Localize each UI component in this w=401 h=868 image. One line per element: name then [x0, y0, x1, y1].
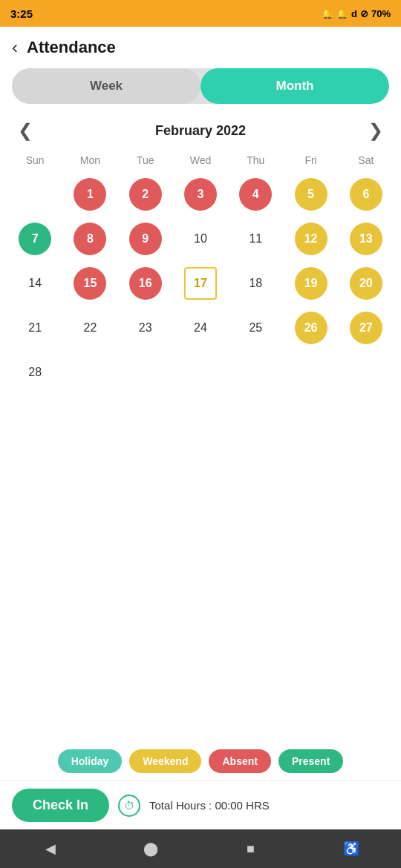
table-row[interactable]: 17	[173, 263, 228, 304]
alarm2-icon: 🔔	[336, 8, 348, 19]
table-row[interactable]: 1	[62, 174, 117, 215]
table-row[interactable]: 11	[228, 218, 283, 260]
weekday-thu: Thu	[228, 151, 283, 169]
table-row[interactable]: 5	[283, 174, 338, 215]
week-tab[interactable]: Week	[12, 68, 200, 104]
table-row[interactable]: 24	[173, 307, 228, 349]
alarm-icon: 🔔	[322, 8, 333, 19]
table-row[interactable]	[7, 174, 62, 215]
table-row[interactable]: 23	[118, 307, 173, 349]
sys-accessibility-button[interactable]: ♿	[335, 832, 368, 865]
table-row[interactable]: 2	[118, 174, 173, 215]
clock-icon: ⏱	[118, 795, 140, 817]
system-nav-bar: ◀ ⬤ ■ ♿	[0, 829, 401, 868]
table-row[interactable]: 21	[7, 307, 62, 349]
battery: 70%	[371, 8, 391, 19]
total-hours-label: Total Hours : 00:00 HRS	[149, 799, 270, 812]
table-row[interactable]: 13	[339, 218, 394, 260]
checkin-button[interactable]: Check In	[12, 789, 109, 822]
table-row[interactable]: 15	[62, 263, 117, 304]
weekday-sun: Sun	[7, 151, 62, 169]
do-not-disturb-icon: ⊘	[360, 8, 368, 19]
legend: Holiday Weekend Absent Present	[0, 737, 401, 780]
legend-weekend: Weekend	[129, 749, 201, 773]
table-row[interactable]: 14	[7, 263, 62, 304]
table-row[interactable]: 25	[228, 307, 283, 349]
header: ‹ Attendance	[0, 27, 401, 68]
page-title: Attendance	[27, 38, 116, 57]
status-icons: 🔔 🔔 d ⊘ 70%	[322, 8, 391, 19]
table-row[interactable]: 12	[283, 218, 338, 260]
calendar-days: 1234567891011121314151617181920212223242…	[7, 174, 394, 393]
table-row[interactable]: 27	[339, 307, 394, 349]
weekday-sat: Sat	[339, 151, 394, 169]
bottom-action-bar: Check In ⏱ Total Hours : 00:00 HRS	[0, 780, 401, 829]
status-bar: 3:25 🔔 🔔 d ⊘ 70%	[0, 0, 401, 27]
table-row[interactable]: 28	[7, 352, 62, 393]
weekday-tue: Tue	[118, 151, 173, 169]
table-row[interactable]: 18	[228, 263, 283, 304]
next-month-button[interactable]: ❯	[368, 120, 383, 141]
back-button[interactable]: ‹	[12, 37, 18, 58]
table-row[interactable]: 16	[118, 263, 173, 304]
table-row[interactable]: 26	[283, 307, 338, 349]
prev-month-button[interactable]: ❮	[18, 120, 33, 141]
legend-present: Present	[278, 749, 343, 773]
table-row[interactable]: 10	[173, 218, 228, 260]
table-row[interactable]: 9	[118, 218, 173, 260]
table-row[interactable]: 4	[228, 174, 283, 215]
table-row[interactable]: 7	[7, 218, 62, 260]
weekday-fri: Fri	[283, 151, 338, 169]
data-icon: d	[351, 8, 357, 19]
table-row[interactable]: 20	[339, 263, 394, 304]
weekday-headers: Sun Mon Tue Wed Thu Fri Sat	[7, 151, 394, 169]
view-toggle: Week Month	[12, 68, 389, 104]
table-row[interactable]: 22	[62, 307, 117, 349]
calendar-grid: Sun Mon Tue Wed Thu Fri Sat 123456789101…	[0, 145, 401, 393]
weekday-wed: Wed	[173, 151, 228, 169]
legend-absent: Absent	[209, 749, 270, 773]
table-row[interactable]: 19	[283, 263, 338, 304]
month-tab[interactable]: Month	[200, 68, 389, 104]
calendar-month-year: February 2022	[155, 123, 246, 139]
calendar-nav: ❮ February 2022 ❯	[0, 116, 401, 145]
sys-recent-button[interactable]: ■	[235, 832, 267, 865]
table-row[interactable]: 8	[62, 218, 117, 260]
status-time: 3:25	[10, 7, 33, 20]
sys-home-button[interactable]: ⬤	[134, 832, 167, 865]
table-row[interactable]: 3	[173, 174, 228, 215]
table-row[interactable]: 6	[339, 174, 394, 215]
legend-holiday: Holiday	[58, 749, 123, 773]
sys-back-button[interactable]: ◀	[34, 832, 67, 865]
weekday-mon: Mon	[62, 151, 117, 169]
